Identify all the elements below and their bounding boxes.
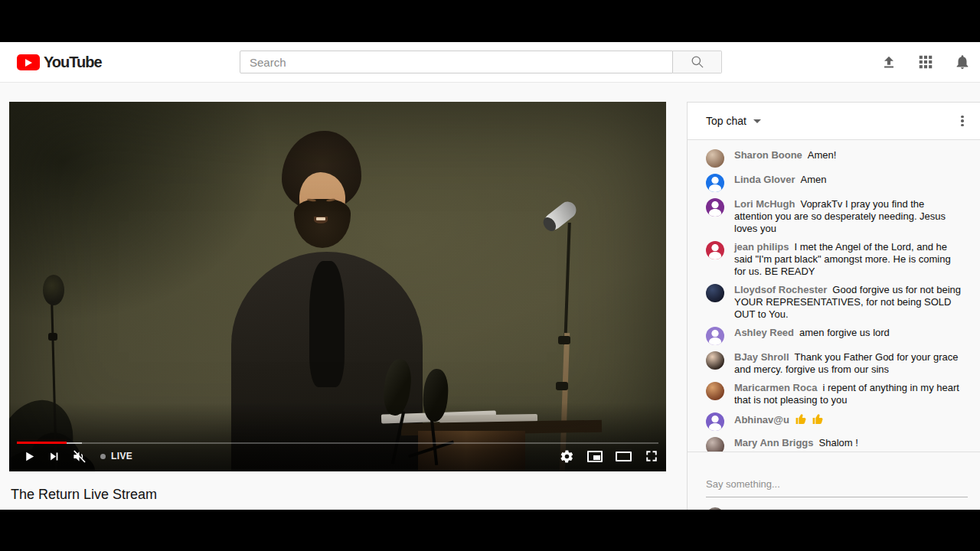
- letterbox-top: [0, 0, 980, 42]
- chat-author[interactable]: Linda Glover: [734, 174, 795, 185]
- theater-mode-button[interactable]: [616, 452, 632, 461]
- fullscreen-icon: [645, 449, 658, 463]
- play-icon: [23, 450, 36, 463]
- search-button[interactable]: [673, 51, 722, 73]
- chat-author[interactable]: Mary Ann Briggs: [734, 437, 814, 448]
- header-icons: [880, 54, 971, 70]
- screen: YouTube: [0, 0, 980, 551]
- chat-author[interactable]: Lloydsof Rochester: [734, 284, 827, 295]
- chevron-down-icon[interactable]: [753, 119, 761, 123]
- video-progress-bar[interactable]: [17, 442, 658, 444]
- next-icon: [48, 451, 60, 462]
- live-indicator[interactable]: LIVE: [100, 451, 132, 461]
- youtube-play-icon: [17, 54, 40, 70]
- chat-message: Sharon BooneAmen!: [688, 146, 980, 171]
- settings-button[interactable]: [560, 449, 574, 464]
- chat-mode-selector[interactable]: Top chat: [706, 115, 746, 127]
- play-button[interactable]: [23, 450, 36, 463]
- avatar[interactable]: [706, 149, 724, 168]
- chat-text: Amen: [800, 174, 826, 185]
- chat-message: Maricarmen Rocai repent of anything in m…: [688, 379, 980, 409]
- chat-message-list[interactable]: Sharon BooneAmen! Linda GloverAmen Lori …: [688, 140, 980, 452]
- video-title: The Return Live Stream: [11, 487, 157, 503]
- search-area: [240, 51, 722, 73]
- chat-message: Lori McHughVoprakTv I pray you find the …: [688, 195, 980, 238]
- avatar[interactable]: [706, 382, 724, 400]
- progress-track: [17, 442, 658, 444]
- chat-message: Abhinav@u: [688, 409, 980, 434]
- chat-header: Top chat: [688, 103, 980, 140]
- chat-message: jean philipsI met the Angel of the Lord,…: [688, 238, 980, 281]
- avatar[interactable]: [706, 284, 724, 302]
- chat-author[interactable]: jean philips: [734, 241, 789, 253]
- player-controls-right: [560, 446, 658, 466]
- chat-author[interactable]: Lori McHugh: [734, 198, 795, 210]
- youtube-logo-text: YouTube: [44, 54, 102, 71]
- settings-gear-icon: [560, 449, 574, 464]
- apps-grid-icon[interactable]: [917, 54, 934, 70]
- avatar[interactable]: [706, 327, 724, 345]
- page-content: LIVE: [0, 83, 980, 510]
- avatar[interactable]: [706, 241, 724, 259]
- chat-author[interactable]: BJay Shroll: [734, 351, 789, 363]
- next-button[interactable]: [48, 451, 60, 462]
- miniplayer-button[interactable]: [587, 451, 603, 462]
- volume-muted-icon: [72, 449, 87, 464]
- avatar[interactable]: [706, 351, 724, 370]
- chat-author[interactable]: Sharon Boone: [734, 149, 802, 161]
- avatar[interactable]: [706, 437, 724, 452]
- search-icon: [690, 54, 705, 70]
- live-label: LIVE: [111, 451, 132, 461]
- chat-text: amen forgive us lord: [799, 327, 890, 338]
- chat-author[interactable]: Ashley Reed: [734, 327, 794, 338]
- chat-input[interactable]: Say something...: [706, 478, 968, 497]
- kebab-menu-icon[interactable]: [956, 113, 969, 129]
- chat-message: Ashley Reedamen forgive us lord: [688, 324, 980, 348]
- chat-message: Lloydsof RochesterGood forgive us for no…: [688, 281, 980, 324]
- live-dot-icon: [100, 454, 106, 459]
- mute-button[interactable]: [72, 449, 87, 464]
- notifications-bell-icon[interactable]: [954, 54, 971, 70]
- video-player[interactable]: LIVE: [9, 102, 666, 471]
- youtube-app: YouTube: [0, 42, 980, 510]
- thumbs-up-emoji: [795, 412, 808, 429]
- chat-message: Mary Ann BriggsShalom !: [688, 434, 980, 452]
- upload-icon[interactable]: [880, 54, 897, 70]
- search-input[interactable]: [240, 51, 673, 73]
- avatar[interactable]: [706, 198, 724, 217]
- avatar[interactable]: [706, 174, 724, 192]
- chat-message: BJay ShrollThank you Father God for your…: [688, 348, 980, 379]
- chat-text: Shalom !: [819, 437, 858, 448]
- letterbox-bottom: [0, 510, 980, 551]
- chat-author[interactable]: Maricarmen Roca: [734, 382, 817, 393]
- avatar[interactable]: [706, 412, 724, 431]
- chat-text: Amen!: [808, 149, 837, 161]
- thumbs-up-emoji: [812, 412, 825, 429]
- chat-author[interactable]: Abhinav@u: [734, 414, 789, 425]
- player-controls-left: LIVE: [23, 446, 132, 466]
- chat-message: Linda GloverAmen: [688, 171, 980, 195]
- chat-input-area: Say something...: [688, 452, 980, 510]
- fullscreen-button[interactable]: [645, 449, 658, 463]
- youtube-logo[interactable]: YouTube: [17, 54, 102, 71]
- progress-played: [17, 442, 67, 444]
- masthead: YouTube: [0, 42, 980, 83]
- live-chat-panel: Top chat Sharon BooneAmen! Linda GloverA…: [687, 102, 980, 510]
